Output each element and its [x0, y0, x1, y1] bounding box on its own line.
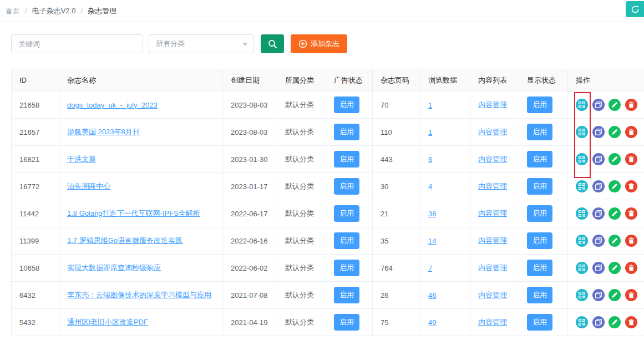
qrcode-button[interactable]: [576, 316, 588, 328]
table-row: 16821 于洪文新 2023-01-30 默认分类 启用 443 6 内容管理…: [12, 146, 644, 173]
delete-button[interactable]: [625, 289, 637, 301]
content-manage-link[interactable]: 内容管理: [478, 318, 507, 326]
qrcode-button[interactable]: [576, 262, 588, 274]
display-status-button[interactable]: 启用: [527, 178, 552, 195]
display-status-button[interactable]: 启用: [527, 97, 552, 113]
magazine-name-link[interactable]: 1.8 Golang打造下一代互联网-IPFS全解析: [67, 209, 200, 217]
ad-status-button[interactable]: 启用: [334, 151, 359, 168]
edit-button[interactable]: [608, 180, 621, 192]
edit-button[interactable]: [608, 207, 621, 220]
table-row: 21658 dogs_today_uk_-_july_2023 2023-08-…: [12, 92, 644, 119]
ad-status-button[interactable]: 启用: [334, 314, 359, 331]
delete-button[interactable]: [625, 262, 637, 274]
created-date: 2023-01-30: [231, 155, 268, 164]
qrcode-icon: [579, 210, 585, 217]
qrcode-button[interactable]: [576, 126, 588, 138]
category-select[interactable]: 所有分类: [149, 34, 254, 53]
edit-button[interactable]: [608, 316, 621, 328]
search-button[interactable]: [261, 34, 284, 53]
copy-button[interactable]: [592, 262, 605, 274]
display-status-button[interactable]: 启用: [527, 232, 552, 249]
edit-button[interactable]: [608, 126, 621, 138]
display-status-button[interactable]: 启用: [527, 151, 552, 168]
magazine-name-link[interactable]: 通州区l老旧小区改造PDF: [67, 318, 148, 326]
copy-button[interactable]: [592, 289, 605, 301]
copy-button[interactable]: [592, 207, 605, 220]
display-status-button[interactable]: 启用: [527, 287, 552, 303]
delete-button[interactable]: [625, 235, 637, 247]
views-count-link[interactable]: 36: [428, 210, 436, 218]
copy-button[interactable]: [592, 99, 605, 111]
breadcrumb-separator: /: [80, 7, 83, 15]
page-count: 35: [381, 237, 388, 245]
views-count-link[interactable]: 49: [428, 318, 436, 327]
refresh-button[interactable]: [626, 1, 644, 17]
breadcrumb-emagazine[interactable]: 电子杂志V2.0: [32, 6, 76, 16]
views-count-link[interactable]: 46: [428, 291, 436, 300]
magazine-id: 21658: [19, 101, 39, 109]
magazine-name-link[interactable]: 游艇美国 2023年8月刊: [67, 128, 140, 136]
content-manage-link[interactable]: 内容管理: [478, 100, 507, 109]
ad-status-button[interactable]: 启用: [334, 178, 359, 195]
breadcrumb-separator: /: [25, 7, 27, 15]
delete-button[interactable]: [625, 126, 637, 138]
views-count-link[interactable]: 1: [428, 128, 432, 136]
delete-button[interactable]: [625, 316, 637, 328]
column-header-display-status: 显示状态: [519, 69, 568, 92]
views-count-link[interactable]: 1: [428, 101, 432, 109]
edit-button[interactable]: [608, 289, 621, 301]
keyword-input[interactable]: [11, 34, 143, 53]
copy-button[interactable]: [592, 126, 605, 138]
content-manage-link[interactable]: 内容管理: [478, 155, 507, 163]
display-status-button[interactable]: 启用: [527, 124, 552, 140]
ad-status-button[interactable]: 启用: [334, 205, 359, 222]
ad-status-button[interactable]: 启用: [334, 260, 359, 276]
copy-button[interactable]: [592, 235, 605, 247]
copy-button[interactable]: [592, 180, 605, 192]
qrcode-button[interactable]: [576, 180, 588, 192]
delete-button[interactable]: [625, 207, 637, 220]
magazine-name-link[interactable]: 1.7 罗辑思维Go语言微服务改造实践: [67, 236, 182, 245]
magazine-name-link[interactable]: 汕头潮商中心: [67, 182, 110, 190]
ad-status-button[interactable]: 启用: [334, 232, 359, 249]
magazine-name-link[interactable]: 于洪文新: [67, 155, 96, 163]
ad-status-button[interactable]: 启用: [334, 124, 359, 140]
views-count-link[interactable]: 7: [428, 264, 432, 272]
qrcode-button[interactable]: [576, 289, 588, 301]
delete-button[interactable]: [625, 153, 637, 165]
add-magazine-button[interactable]: 添加杂志: [291, 34, 347, 53]
views-count-link[interactable]: 14: [428, 237, 436, 245]
delete-button[interactable]: [625, 180, 637, 192]
content-manage-link[interactable]: 内容管理: [478, 128, 507, 136]
qrcode-button[interactable]: [576, 207, 588, 220]
display-status-button[interactable]: 启用: [527, 205, 552, 222]
ad-status-button[interactable]: 启用: [334, 287, 359, 303]
breadcrumb-home[interactable]: 首页: [6, 6, 20, 16]
delete-button[interactable]: [625, 99, 637, 111]
content-manage-link[interactable]: 内容管理: [478, 263, 507, 272]
copy-icon: [595, 319, 602, 326]
copy-button[interactable]: [592, 153, 605, 165]
edit-button[interactable]: [608, 262, 621, 274]
content-manage-link[interactable]: 内容管理: [478, 209, 507, 217]
views-count-link[interactable]: 4: [428, 182, 432, 191]
display-status-button[interactable]: 启用: [527, 314, 552, 331]
edit-button[interactable]: [608, 153, 621, 165]
magazine-name-link[interactable]: 李东亮：云端图像技术的深度学习模型与应用: [67, 291, 211, 299]
qrcode-button[interactable]: [576, 153, 588, 165]
magazine-name-link[interactable]: 实现大数据即席查询秒级响应: [67, 263, 161, 272]
copy-icon: [595, 102, 602, 108]
copy-button[interactable]: [592, 316, 605, 328]
display-status-button[interactable]: 启用: [527, 260, 552, 276]
views-count-link[interactable]: 6: [428, 155, 432, 164]
content-manage-link[interactable]: 内容管理: [478, 236, 507, 245]
content-manage-link[interactable]: 内容管理: [478, 291, 507, 299]
qrcode-button[interactable]: [576, 99, 588, 111]
magazine-name-link[interactable]: dogs_today_uk_-_july_2023: [67, 101, 158, 109]
qrcode-button[interactable]: [576, 235, 588, 247]
edit-button[interactable]: [608, 99, 621, 111]
content-manage-link[interactable]: 内容管理: [478, 182, 507, 190]
created-date: 2021-04-19: [231, 318, 268, 327]
ad-status-button[interactable]: 启用: [334, 97, 359, 113]
edit-button[interactable]: [608, 235, 621, 247]
